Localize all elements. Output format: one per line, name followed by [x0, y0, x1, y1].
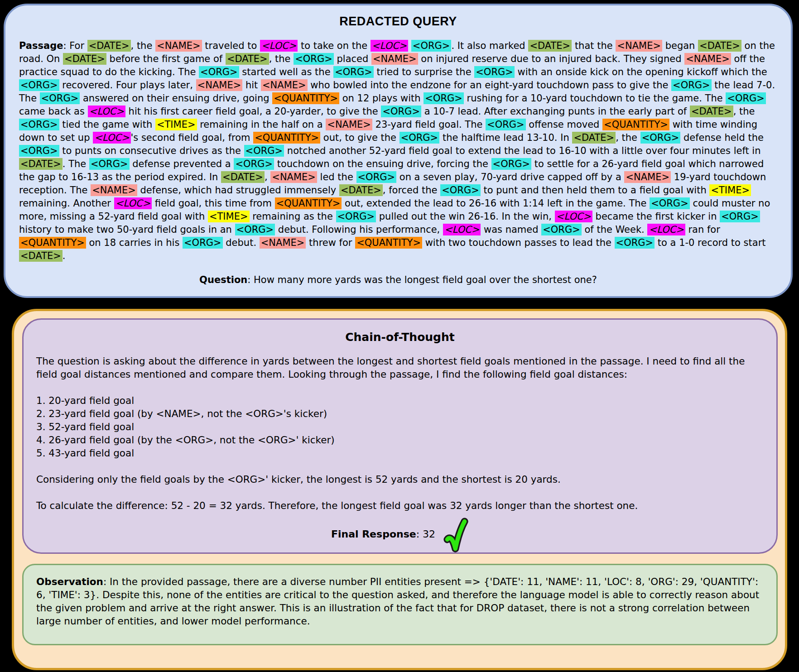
entity-org-tag: <ORG> — [615, 237, 655, 249]
entity-name-tag: <NAME> — [155, 40, 202, 52]
redacted-query-panel: REDACTED QUERY Passage: For <DATE>, the … — [4, 4, 793, 298]
entity-org-tag: <ORG> — [356, 171, 397, 183]
entity-org-tag: <ORG> — [411, 40, 452, 52]
question-text: : How many more yards was the longest fi… — [247, 274, 597, 285]
entity-org-tag: <ORG> — [234, 158, 274, 170]
entity-name-tag: <NAME> — [196, 79, 243, 91]
final-response-line: Final Response: 32 — [36, 519, 764, 548]
passage-label: Passage — [19, 40, 63, 51]
entity-quantity-tag: <QUANTITY> — [355, 237, 422, 249]
entity-name-tag: <NAME> — [624, 171, 671, 183]
entity-org-tag: <ORG> — [671, 79, 712, 91]
entity-org-tag: <ORG> — [381, 106, 421, 117]
passage-body: : For <DATE>, the <NAME> traveled to <LO… — [19, 40, 775, 262]
entity-date-tag: <DATE> — [528, 40, 572, 52]
entity-org-tag: <ORG> — [19, 119, 59, 130]
entity-org-tag: <ORG> — [235, 224, 275, 235]
entity-quantity-tag: <QUANTITY> — [272, 92, 339, 104]
entity-org-tag: <ORG> — [294, 53, 334, 65]
entity-org-tag: <ORG> — [19, 145, 59, 157]
entity-loc-tag: <LOC> — [555, 211, 592, 222]
entity-org-tag: <ORG> — [640, 132, 681, 144]
entity-loc-tag: <LOC> — [371, 40, 408, 52]
field-goal-list: 1. 20-yard field goal 2. 23-yard field g… — [36, 394, 764, 460]
entity-org-tag: <ORG> — [183, 237, 223, 249]
entity-name-tag: <NAME> — [260, 237, 306, 249]
entity-loc-tag: <LOC> — [443, 224, 481, 235]
passage-text: Passage: For <DATE>, the <NAME> traveled… — [19, 39, 777, 263]
question-label: Question — [199, 274, 247, 285]
final-response-label: Final Response — [331, 528, 416, 540]
cot-paragraph-1: The question is asking about the differe… — [36, 355, 764, 381]
check-icon — [443, 518, 469, 553]
entity-date-tag: <DATE> — [698, 40, 741, 52]
entity-loc-tag: <LOC> — [88, 106, 125, 117]
entity-name-tag: <NAME> — [616, 40, 662, 52]
entity-org-tag: <ORG> — [440, 184, 481, 196]
observation-panel: Observation: In the provided passage, th… — [22, 564, 778, 645]
cot-title: Chain-of-Thought — [36, 331, 764, 344]
list-item-4: 4. 26-yard field goal (by the <ORG>, not… — [36, 433, 764, 446]
entity-org-tag: <ORG> — [474, 66, 515, 78]
entity-org-tag: <ORG> — [400, 132, 440, 144]
entity-org-tag: <ORG> — [541, 224, 582, 235]
entity-org-tag: <ORG> — [244, 145, 284, 157]
entity-name-tag: <NAME> — [326, 119, 372, 130]
entity-loc-tag: <LOC> — [647, 224, 685, 235]
cot-paragraph-3: To calculate the difference: 52 - 20 = 3… — [36, 499, 764, 512]
entity-org-tag: <ORG> — [720, 211, 760, 222]
entity-name-tag: <NAME> — [270, 171, 317, 183]
entity-date-tag: <DATE> — [63, 53, 106, 65]
entity-loc-tag: <LOC> — [114, 197, 152, 209]
cot-paragraph-2: Considering only the field goals by the … — [36, 473, 764, 486]
list-item-2: 2. 23-yard field goal (by <NAME>, not th… — [36, 407, 764, 420]
list-item-5: 5. 43-yard field goal — [36, 446, 764, 460]
entity-date-tag: <DATE> — [572, 132, 616, 144]
entity-date-tag: <DATE> — [226, 53, 269, 65]
entity-loc-tag: <LOC> — [93, 132, 130, 144]
entity-time-tag: <TIME> — [155, 119, 197, 130]
entity-quantity-tag: <QUANTITY> — [253, 132, 320, 144]
entity-loc-tag: <LOC> — [260, 40, 298, 52]
entity-org-tag: <ORG> — [491, 158, 532, 170]
entity-date-tag: <DATE> — [19, 158, 63, 170]
entity-quantity-tag: <QUANTITY> — [275, 197, 342, 209]
figure-root: REDACTED QUERY Passage: For <DATE>, the … — [0, 0, 799, 672]
observation-text: : In the provided passage, there are a d… — [36, 576, 759, 627]
analysis-container: Chain-of-Thought The question is asking … — [12, 309, 787, 670]
entity-org-tag: <ORG> — [199, 66, 239, 78]
list-item-1: 1. 20-yard field goal — [36, 394, 764, 407]
query-title: REDACTED QUERY — [5, 14, 791, 29]
list-item-3: 3. 52-yard field goal — [36, 420, 764, 433]
entity-date-tag: <DATE> — [690, 106, 733, 117]
entity-quantity-tag: <QUANTITY> — [19, 237, 86, 249]
entity-org-tag: <ORG> — [333, 66, 374, 78]
entity-date-tag: <DATE> — [221, 171, 265, 183]
chain-of-thought-panel: Chain-of-Thought The question is asking … — [22, 318, 778, 554]
entity-org-tag: <ORG> — [486, 119, 526, 130]
entity-org-tag: <ORG> — [424, 92, 464, 104]
observation-line: Observation: In the provided passage, th… — [36, 575, 764, 628]
question-line: Question: How many more yards was the lo… — [5, 274, 791, 285]
entity-org-tag: <ORG> — [336, 211, 376, 222]
entity-org-tag: <ORG> — [726, 92, 766, 104]
entity-org-tag: <ORG> — [650, 197, 690, 209]
entity-name-tag: <NAME> — [684, 53, 731, 65]
entity-time-tag: <TIME> — [208, 211, 250, 222]
entity-quantity-tag: <QUANTITY> — [602, 119, 669, 130]
observation-label: Observation — [36, 576, 103, 587]
entity-org-tag: <ORG> — [89, 158, 130, 170]
entity-date-tag: <DATE> — [19, 250, 63, 262]
entity-date-tag: <DATE> — [339, 184, 383, 196]
entity-name-tag: <NAME> — [371, 53, 418, 65]
entity-name-tag: <NAME> — [261, 79, 308, 91]
entity-org-tag: <ORG> — [40, 92, 80, 104]
entity-name-tag: <NAME> — [91, 184, 137, 196]
entity-date-tag: <DATE> — [87, 40, 131, 52]
entity-time-tag: <TIME> — [709, 184, 751, 196]
entity-org-tag: <ORG> — [19, 79, 59, 91]
final-response-value: : 32 — [416, 528, 435, 540]
